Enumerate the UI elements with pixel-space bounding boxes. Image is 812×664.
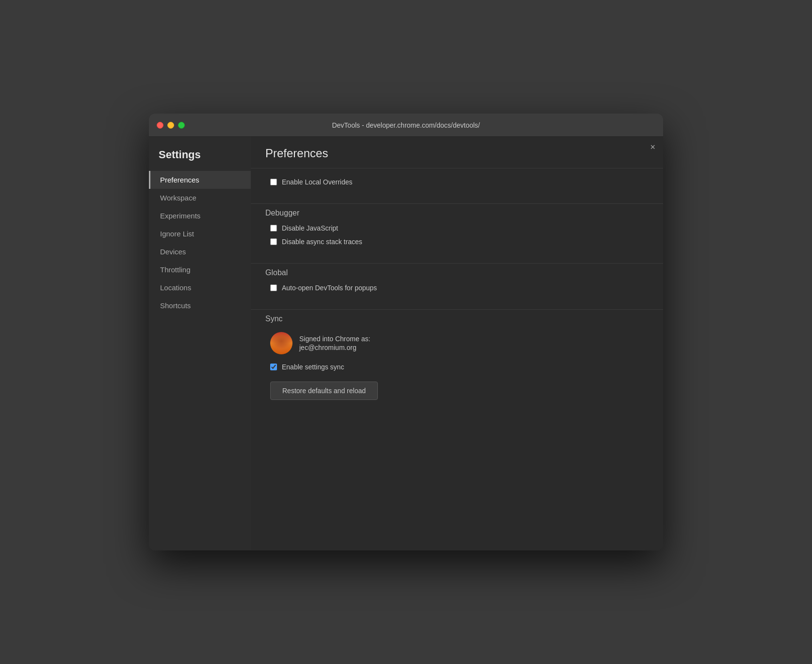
enable-settings-sync-checkbox[interactable] [270,364,277,370]
restore-defaults-button[interactable]: Restore defaults and reload [270,382,378,400]
sync-section: Sync Signed into Chrome as: jec@chromium… [251,315,663,412]
enable-sync-row: Enable settings sync [265,363,649,371]
sidebar-item-locations[interactable]: Locations [149,279,251,297]
app-window: DevTools - developer.chrome.com/docs/dev… [149,114,663,550]
debugger-header: Debugger [265,209,649,217]
disable-javascript-label[interactable]: Disable JavaScript [282,224,338,232]
disable-async-row: Disable async stack traces [265,238,649,246]
sidebar: Settings Preferences Workspace Experimen… [149,137,251,550]
minimize-traffic-light[interactable] [167,122,174,129]
disable-async-stack-checkbox[interactable] [270,238,277,245]
app-body: Settings Preferences Workspace Experimen… [149,137,663,550]
sync-user-text: Signed into Chrome as: jec@chromium.org [299,335,370,351]
enable-local-overrides-row: Enable Local Overrides [265,178,649,186]
sidebar-item-ignore-list[interactable]: Ignore List [149,225,251,243]
section-divider-1 [251,203,663,204]
close-traffic-light[interactable] [157,122,163,129]
sync-header: Sync [265,315,649,323]
sidebar-item-shortcuts[interactable]: Shortcuts [149,297,251,315]
avatar [270,332,292,354]
sources-section: Enable Local Overrides [251,178,663,203]
sidebar-item-preferences[interactable]: Preferences [149,171,251,189]
signed-in-label: Signed into Chrome as: [299,335,370,343]
section-divider-3 [251,309,663,310]
user-email: jec@chromium.org [299,344,370,351]
sidebar-item-throttling[interactable]: Throttling [149,261,251,279]
auto-open-devtools-row: Auto-open DevTools for popups [265,284,649,292]
scroll-area[interactable]: Enable Local Overrides Debugger Disable … [251,168,663,541]
main-content: × Preferences Enable Local Overrides D [251,137,663,550]
disable-async-stack-label[interactable]: Disable async stack traces [282,238,362,246]
close-settings-button[interactable]: × [650,143,655,151]
enable-local-overrides-label[interactable]: Enable Local Overrides [282,178,353,186]
avatar-image [270,332,292,354]
sync-user-row: Signed into Chrome as: jec@chromium.org [265,332,649,354]
page-title: Preferences [251,147,663,168]
traffic-lights [157,122,185,129]
disable-javascript-row: Disable JavaScript [265,224,649,232]
sidebar-item-experiments[interactable]: Experiments [149,207,251,225]
enable-settings-sync-label[interactable]: Enable settings sync [282,363,344,371]
global-header: Global [265,268,649,277]
auto-open-devtools-label[interactable]: Auto-open DevTools for popups [282,284,377,292]
enable-local-overrides-checkbox[interactable] [270,179,277,185]
content-area: Preferences Enable Local Overrides Debug… [251,137,663,550]
sidebar-item-devices[interactable]: Devices [149,243,251,261]
debugger-section: Debugger Disable JavaScript Disable asyn… [251,209,663,263]
sidebar-title: Settings [149,149,251,171]
sidebar-item-workspace[interactable]: Workspace [149,189,251,207]
disable-javascript-checkbox[interactable] [270,225,277,232]
auto-open-devtools-checkbox[interactable] [270,284,277,291]
maximize-traffic-light[interactable] [178,122,185,129]
window-title: DevTools - developer.chrome.com/docs/dev… [332,121,480,129]
global-section: Global Auto-open DevTools for popups [251,268,663,309]
title-bar: DevTools - developer.chrome.com/docs/dev… [149,114,663,137]
section-divider-2 [251,263,663,264]
